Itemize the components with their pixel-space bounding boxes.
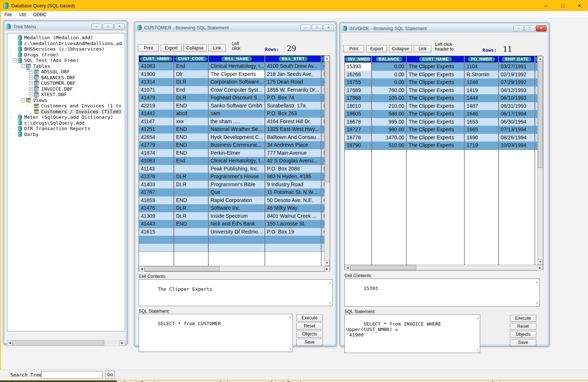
table-cell[interactable]: DLR <box>174 94 209 102</box>
table-cell[interactable]: 41314 <box>139 78 174 86</box>
table-cell[interactable]: END <box>174 125 209 133</box>
table-cell[interactable]: 41900 <box>139 70 174 78</box>
table-cell[interactable]: 41859 <box>139 196 174 205</box>
link-button[interactable]: Link <box>208 44 226 52</box>
scroll-down-icon[interactable]: ▼ <box>536 301 538 305</box>
table-cell[interactable]: 777 Main Avenue <box>265 149 322 157</box>
table-cell[interactable]: 41083 <box>139 62 174 70</box>
table-cell[interactable]: 980.00 <box>372 126 407 134</box>
table-row[interactable]: 41859ENDRapid Corporation50 Desoto Ave. … <box>139 196 324 205</box>
table-cell[interactable]: xxx <box>174 118 209 126</box>
customer-window-titlebar[interactable]: CUSTOMER - Browsing SQL Statement ─ □ ✕ <box>136 23 335 32</box>
table-cell[interactable]: C <box>322 157 324 165</box>
table-row[interactable]: 41900DlrThe Clipper Experts218 Jan Seeds… <box>139 70 324 78</box>
scroll-left-icon[interactable]: ◀ <box>139 266 145 272</box>
scroll-up-icon[interactable]: ▲ <box>536 280 538 284</box>
column-header-partial[interactable] <box>322 56 324 62</box>
print-button[interactable]: Print <box>343 45 364 52</box>
table-cell[interactable]: 1719 <box>465 142 499 150</box>
scroll-thumb[interactable] <box>325 61 330 182</box>
table-cell[interactable]: End <box>174 157 209 165</box>
table-cell[interactable]: 34 Andrews Place <box>265 141 322 149</box>
table-cell[interactable]: P.O. Box 74 <box>265 94 322 102</box>
table-row[interactable]: 41083EndClinical Hematology, I...42 S Do… <box>139 157 324 165</box>
table-cell[interactable]: N <box>322 149 324 157</box>
minus-expander-icon[interactable]: − <box>21 64 25 68</box>
table-row[interactable]: 41403DLRProgrammer's Bible9 Industry Roa… <box>139 181 324 189</box>
table-cell[interactable]: 50 Desoto Ave. N.E. <box>265 196 322 205</box>
save-button[interactable]: Save <box>510 339 536 346</box>
table-cell[interactable]: L <box>322 212 324 220</box>
tree-item[interactable]: Customers and Invoices (1 to <box>7 103 125 109</box>
scroll-down-icon[interactable]: ▼ <box>324 260 330 266</box>
tree-item[interactable]: DTR Transaction Reports <box>7 126 125 132</box>
table-cell[interactable]: Clinical Hematology, I... <box>209 157 265 165</box>
table-cell[interactable]: W <box>322 188 324 196</box>
export-button[interactable]: Export <box>366 45 387 52</box>
table-cell[interactable]: 105.00 <box>372 94 407 102</box>
table-row[interactable]: 18605588.00The Clipper Experts164606/17/… <box>345 110 537 118</box>
scroll-up-icon[interactable]: ▲ <box>477 316 479 319</box>
table-cell[interactable] <box>174 228 209 236</box>
scroll-right-icon[interactable]: ▶ <box>537 265 543 271</box>
table-cell[interactable]: 4100 South Drew Av... <box>265 62 322 70</box>
table-cell[interactable]: 1487 <box>465 102 499 110</box>
table-cell[interactable]: 8401 Walnut Creek ... <box>265 212 322 220</box>
table-cell[interactable]: The Clipper Experts <box>407 87 465 95</box>
scroll-up-icon[interactable]: ▲ <box>537 56 543 62</box>
vertical-scrollbar[interactable]: ▲ ▼ <box>324 56 330 266</box>
tree-item[interactable]: +XTEST.DBF <box>7 92 125 98</box>
close-icon[interactable]: ✕ <box>114 23 125 30</box>
table-cell[interactable]: L <box>322 118 324 126</box>
table-cell[interactable]: 41309 <box>139 212 174 220</box>
table-cell[interactable]: 1248 <box>465 78 499 87</box>
table-cell[interactable]: The Clipper Experts <box>407 134 465 142</box>
table-cell[interactable]: 18678 <box>345 118 372 126</box>
table-cell[interactable]: H <box>322 181 324 189</box>
table-cell[interactable]: 08/26/1994 <box>499 134 535 142</box>
table-cell[interactable]: Inside Spectrum <box>209 212 265 220</box>
maximize-icon[interactable]: □ <box>554 0 571 11</box>
table-cell[interactable]: 41251 <box>139 125 174 133</box>
table-cell[interactable]: K <box>322 165 324 173</box>
scroll-down-icon[interactable]: ▼ <box>329 301 331 305</box>
table-cell[interactable]: 15393 <box>345 63 372 71</box>
table-cell[interactable]: 11 Potomac St. N.W.... <box>265 188 322 196</box>
minimize-icon[interactable]: ─ <box>300 25 311 31</box>
table-cell[interactable]: DLR <box>174 78 209 86</box>
table-cell[interactable]: 8 <box>322 102 324 110</box>
sql-statement-box[interactable]: SELECT * from INVOICE WHERE Upper(CUST_N… <box>344 314 480 353</box>
table-cell[interactable]: C <box>322 78 324 86</box>
table-cell[interactable]: END <box>174 133 209 142</box>
tree-item[interactable]: −Tables <box>7 63 125 69</box>
table-row[interactable]: 41479DLRFoghead Discount S...P.O. Box 74… <box>139 94 324 102</box>
table-cell[interactable]: the sham ..... <box>209 118 265 126</box>
close-icon[interactable]: ✕ <box>571 0 588 11</box>
minus-expander-icon[interactable]: − <box>21 98 25 102</box>
tree-item[interactable]: +CUSTOMER.DBF <box>7 80 125 86</box>
table-row[interactable]: 41143Peak Publishing, Inc.P.O. Box 2088K <box>139 165 324 173</box>
table-cell[interactable]: 0.00 <box>372 71 407 79</box>
table-row[interactable]: 17689760.00The Clipper Experts141904/12/… <box>345 87 537 95</box>
table-row[interactable]: 41476DLRSoftware Inc.46 Milky WayE <box>139 204 324 212</box>
table-cell[interactable]: E <box>322 204 324 212</box>
table-cell[interactable]: The Clipper Experts <box>407 142 465 150</box>
go-button[interactable]: Go <box>105 371 115 379</box>
table-cell[interactable]: I <box>322 94 324 102</box>
table-row[interactable]: 187761470.00The Clipper Experts169008/26… <box>345 134 537 142</box>
table-cell[interactable]: 218 Jan Seeds Ave. <box>265 70 322 78</box>
table-cell[interactable]: 41147 <box>139 118 174 126</box>
table-cell[interactable]: 02/19/1992 <box>499 71 535 79</box>
table-row[interactable]: 41309DLRInside Spectrum8401 Walnut Creek… <box>139 212 324 220</box>
table-cell[interactable]: 1444 <box>465 94 499 102</box>
execute-button[interactable]: Execute <box>296 315 323 322</box>
menu-item-util[interactable]: Util <box>15 11 29 18</box>
scroll-right-icon[interactable]: ▶ <box>324 266 330 272</box>
table-cell[interactable]: 588.00 <box>372 110 407 118</box>
table-cell[interactable]: 1419 <box>465 87 499 95</box>
maximize-icon[interactable]: □ <box>103 23 113 30</box>
table-cell[interactable]: END <box>174 196 209 205</box>
table-cell[interactable]: S <box>322 86 324 94</box>
table-cell[interactable]: 41403 <box>139 181 174 189</box>
table-cell[interactable]: 1104 <box>465 63 499 71</box>
